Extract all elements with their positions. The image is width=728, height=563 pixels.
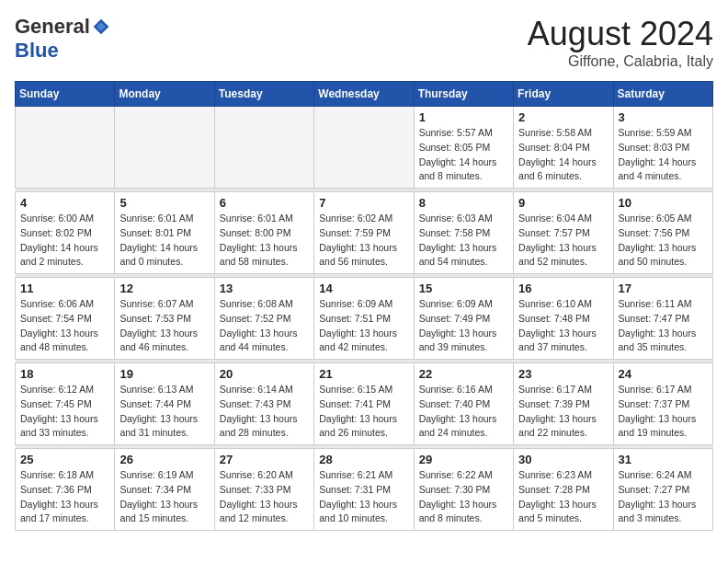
calendar-week-row: 18Sunrise: 6:12 AMSunset: 7:45 PMDayligh… [16, 363, 713, 445]
day-number: 31 [619, 453, 708, 466]
day-info: Sunrise: 6:02 AMSunset: 7:59 PMDaylight:… [319, 212, 408, 270]
day-number: 10 [619, 196, 708, 210]
calendar-day-cell: 14Sunrise: 6:09 AMSunset: 7:51 PMDayligh… [314, 278, 414, 360]
calendar-day-cell: 30Sunrise: 6:23 AMSunset: 7:28 PMDayligh… [514, 449, 613, 531]
day-number: 24 [619, 367, 708, 381]
day-info: Sunrise: 6:21 AMSunset: 7:31 PMDaylight:… [319, 468, 408, 526]
calendar-day-cell: 29Sunrise: 6:22 AMSunset: 7:30 PMDayligh… [414, 449, 513, 531]
day-number: 17 [619, 282, 708, 295]
calendar-week-row: 1Sunrise: 5:57 AMSunset: 8:05 PMDaylight… [16, 107, 713, 189]
title-area: August 2024 Giffone, Calabria, Italy [528, 15, 713, 70]
day-info: Sunrise: 6:18 AMSunset: 7:36 PMDaylight:… [20, 468, 109, 526]
day-of-week-header: Wednesday [314, 82, 414, 107]
day-number: 7 [319, 196, 408, 210]
day-info: Sunrise: 6:24 AMSunset: 7:27 PMDaylight:… [619, 468, 708, 526]
calendar-day-cell: 28Sunrise: 6:21 AMSunset: 7:31 PMDayligh… [314, 449, 414, 531]
calendar-day-cell: 19Sunrise: 6:13 AMSunset: 7:44 PMDayligh… [115, 363, 214, 445]
calendar-day-cell [16, 107, 115, 189]
day-info: Sunrise: 6:16 AMSunset: 7:40 PMDaylight:… [419, 383, 508, 441]
day-info: Sunrise: 6:20 AMSunset: 7:33 PMDaylight:… [220, 468, 309, 526]
day-info: Sunrise: 6:11 AMSunset: 7:47 PMDaylight:… [619, 297, 708, 355]
calendar-day-cell: 22Sunrise: 6:16 AMSunset: 7:40 PMDayligh… [414, 363, 513, 445]
day-info: Sunrise: 6:09 AMSunset: 7:49 PMDaylight:… [419, 297, 508, 355]
day-info: Sunrise: 6:05 AMSunset: 7:56 PMDaylight:… [619, 212, 708, 270]
day-info: Sunrise: 6:14 AMSunset: 7:43 PMDaylight:… [220, 383, 309, 441]
month-title: August 2024 [528, 15, 713, 53]
day-number: 30 [518, 453, 608, 466]
logo-general-text: General [15, 15, 90, 39]
calendar-day-cell: 25Sunrise: 6:18 AMSunset: 7:36 PMDayligh… [16, 449, 115, 531]
day-info: Sunrise: 6:12 AMSunset: 7:45 PMDaylight:… [20, 383, 109, 441]
day-number: 4 [20, 196, 109, 210]
calendar-day-cell: 15Sunrise: 6:09 AMSunset: 7:49 PMDayligh… [414, 278, 513, 360]
day-info: Sunrise: 6:01 AMSunset: 8:01 PMDaylight:… [119, 212, 209, 270]
day-header-row: SundayMondayTuesdayWednesdayThursdayFrid… [16, 82, 713, 107]
calendar-day-cell: 26Sunrise: 6:19 AMSunset: 7:34 PMDayligh… [115, 449, 214, 531]
day-of-week-header: Sunday [16, 82, 115, 107]
day-info: Sunrise: 6:23 AMSunset: 7:28 PMDaylight:… [518, 468, 608, 526]
location-subtitle: Giffone, Calabria, Italy [528, 53, 713, 70]
header: General Blue August 2024 Giffone, Calabr… [15, 15, 713, 70]
calendar-day-cell: 24Sunrise: 6:17 AMSunset: 7:37 PMDayligh… [613, 363, 712, 445]
day-info: Sunrise: 6:01 AMSunset: 8:00 PMDaylight:… [220, 212, 309, 270]
logo: General Blue [15, 15, 110, 63]
day-of-week-header: Friday [514, 82, 613, 107]
day-number: 23 [518, 367, 608, 381]
day-number: 9 [518, 196, 608, 210]
day-number: 22 [419, 367, 508, 381]
calendar-day-cell: 18Sunrise: 6:12 AMSunset: 7:45 PMDayligh… [16, 363, 115, 445]
calendar-day-cell: 2Sunrise: 5:58 AMSunset: 8:04 PMDaylight… [514, 107, 613, 189]
day-number: 25 [20, 453, 109, 466]
day-info: Sunrise: 6:04 AMSunset: 7:57 PMDaylight:… [518, 212, 608, 270]
calendar-day-cell: 11Sunrise: 6:06 AMSunset: 7:54 PMDayligh… [16, 278, 115, 360]
calendar-day-cell [115, 107, 214, 189]
day-number: 19 [119, 367, 209, 381]
calendar-day-cell [214, 107, 313, 189]
calendar-day-cell: 7Sunrise: 6:02 AMSunset: 7:59 PMDaylight… [314, 192, 414, 274]
logo-blue-text: Blue [15, 39, 59, 62]
day-info: Sunrise: 6:06 AMSunset: 7:54 PMDaylight:… [20, 297, 109, 355]
calendar-week-row: 4Sunrise: 6:00 AMSunset: 8:02 PMDaylight… [16, 192, 713, 274]
calendar-day-cell: 21Sunrise: 6:15 AMSunset: 7:41 PMDayligh… [314, 363, 414, 445]
calendar-day-cell: 6Sunrise: 6:01 AMSunset: 8:00 PMDaylight… [214, 192, 313, 274]
calendar-week-row: 11Sunrise: 6:06 AMSunset: 7:54 PMDayligh… [16, 278, 713, 360]
calendar-day-cell: 5Sunrise: 6:01 AMSunset: 8:01 PMDaylight… [115, 192, 214, 274]
calendar-day-cell: 3Sunrise: 5:59 AMSunset: 8:03 PMDaylight… [613, 107, 712, 189]
day-number: 1 [419, 110, 508, 124]
day-info: Sunrise: 6:03 AMSunset: 7:58 PMDaylight:… [419, 212, 508, 270]
calendar-table: SundayMondayTuesdayWednesdayThursdayFrid… [15, 81, 713, 531]
day-number: 3 [619, 110, 708, 124]
day-number: 12 [119, 282, 209, 295]
day-number: 8 [419, 196, 508, 210]
day-number: 15 [419, 282, 508, 295]
day-number: 29 [419, 453, 508, 466]
day-info: Sunrise: 6:10 AMSunset: 7:48 PMDaylight:… [518, 297, 608, 355]
day-info: Sunrise: 6:00 AMSunset: 8:02 PMDaylight:… [20, 212, 109, 270]
calendar-day-cell [314, 107, 414, 189]
day-info: Sunrise: 6:08 AMSunset: 7:52 PMDaylight:… [220, 297, 309, 355]
day-of-week-header: Monday [115, 82, 214, 107]
day-number: 16 [518, 282, 608, 295]
calendar-day-cell: 12Sunrise: 6:07 AMSunset: 7:53 PMDayligh… [115, 278, 214, 360]
day-number: 14 [319, 282, 408, 295]
calendar-day-cell: 9Sunrise: 6:04 AMSunset: 7:57 PMDaylight… [514, 192, 613, 274]
calendar-day-cell: 17Sunrise: 6:11 AMSunset: 7:47 PMDayligh… [613, 278, 712, 360]
day-info: Sunrise: 6:22 AMSunset: 7:30 PMDaylight:… [419, 468, 508, 526]
day-info: Sunrise: 6:17 AMSunset: 7:39 PMDaylight:… [518, 383, 608, 441]
day-info: Sunrise: 5:59 AMSunset: 8:03 PMDaylight:… [619, 126, 708, 184]
calendar-day-cell: 4Sunrise: 6:00 AMSunset: 8:02 PMDaylight… [16, 192, 115, 274]
day-info: Sunrise: 6:13 AMSunset: 7:44 PMDaylight:… [119, 383, 209, 441]
day-number: 13 [220, 282, 309, 295]
day-of-week-header: Tuesday [214, 82, 313, 107]
day-number: 18 [20, 367, 109, 381]
day-number: 5 [119, 196, 209, 210]
calendar-day-cell: 20Sunrise: 6:14 AMSunset: 7:43 PMDayligh… [214, 363, 313, 445]
day-info: Sunrise: 6:15 AMSunset: 7:41 PMDaylight:… [319, 383, 408, 441]
day-of-week-header: Thursday [414, 82, 513, 107]
day-info: Sunrise: 6:19 AMSunset: 7:34 PMDaylight:… [119, 468, 209, 526]
day-info: Sunrise: 5:57 AMSunset: 8:05 PMDaylight:… [419, 126, 508, 184]
calendar-day-cell: 1Sunrise: 5:57 AMSunset: 8:05 PMDaylight… [414, 107, 513, 189]
day-number: 11 [20, 282, 109, 295]
calendar-day-cell: 27Sunrise: 6:20 AMSunset: 7:33 PMDayligh… [214, 449, 313, 531]
day-number: 2 [518, 110, 608, 124]
